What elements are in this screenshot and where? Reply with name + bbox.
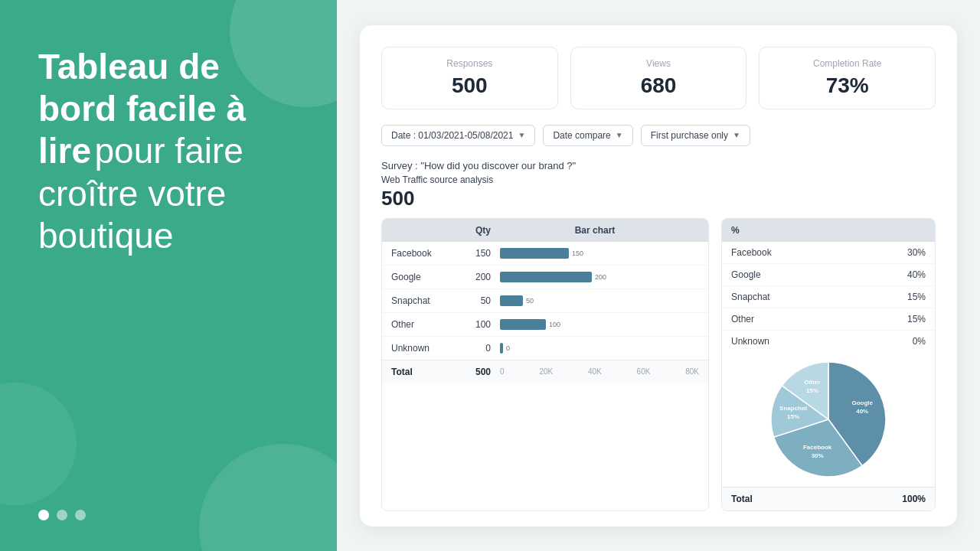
row-label: Unknown — [391, 343, 452, 354]
section-title: Web Traffic source analysis — [381, 174, 936, 185]
stat-responses: Responses 500 — [381, 47, 558, 109]
dot-3[interactable] — [75, 510, 86, 520]
hero-bold: Tableau de bord facile à — [38, 47, 246, 129]
bar-fill — [500, 248, 569, 259]
dashboard-card: Responses 500 Views 680 Completion Rate … — [360, 25, 957, 527]
bar-table-footer: Total 500 020K40K60K80K — [382, 360, 708, 383]
stat-completion-label: Completion Rate — [775, 58, 920, 69]
date-compare-label: Date compare — [553, 130, 610, 141]
right-panel: Responses 500 Views 680 Completion Rate … — [337, 0, 980, 551]
bar-table-header: Qty Bar chart — [382, 219, 708, 242]
pct-footer: Total 100% — [722, 487, 935, 510]
deco-circle-br — [199, 444, 337, 551]
pct-table: % Facebook 30% Google 40% Snapchat 15% O… — [721, 218, 936, 511]
data-area: Qty Bar chart Facebook 150 150 Google 20… — [381, 218, 936, 511]
dot-2[interactable] — [57, 510, 67, 520]
pct-label: Snapchat — [731, 292, 895, 302]
pie-chart: Google40%Facebook30%Snapchat15%Other15% — [767, 358, 890, 481]
dot-1[interactable] — [38, 510, 49, 520]
stat-responses-label: Responses — [397, 58, 542, 69]
stat-views-value: 680 — [586, 73, 731, 98]
stat-views-label: Views — [586, 58, 731, 69]
bar-rows: Facebook 150 150 Google 200 200 Snapchat… — [382, 242, 708, 360]
pct-footer-label: Total — [731, 494, 902, 504]
bar-fill — [500, 319, 546, 330]
bar-cell: 150 — [491, 247, 699, 259]
pct-value: 0% — [895, 336, 926, 347]
bar-chart-table: Qty Bar chart Facebook 150 150 Google 20… — [381, 218, 709, 511]
row-qty: 0 — [452, 343, 491, 354]
pct-label: Other — [731, 314, 895, 324]
bar-fill — [500, 272, 592, 282]
axis-label: 0 — [500, 367, 505, 376]
bar-value-label: 100 — [549, 321, 560, 328]
pie-label: Facebook — [803, 444, 832, 451]
pie-label: Snapchat — [779, 404, 807, 411]
th-bar: Bar chart — [491, 225, 699, 236]
pct-row: Other 15% — [722, 308, 935, 331]
pct-row: Snapchat 15% — [722, 286, 935, 308]
filters-row: Date : 01/03/2021-05/08/2021 ▼ Date comp… — [381, 125, 936, 146]
hero-lire: lire — [38, 131, 91, 171]
pct-row: Google 40% — [722, 264, 935, 286]
date-compare-chevron: ▼ — [616, 131, 623, 139]
pct-row: Unknown 0% — [722, 331, 935, 352]
bar-value-label: 0 — [506, 344, 510, 352]
footer-total-label: Total — [391, 367, 452, 377]
th-qty: Qty — [452, 225, 491, 236]
pct-value: 15% — [895, 292, 926, 302]
pie-pct: 30% — [812, 452, 824, 459]
bar-cell: 50 — [491, 295, 699, 307]
stat-views: Views 680 — [570, 47, 747, 109]
table-row: Snapchat 50 50 — [382, 289, 708, 313]
total-number: 500 — [381, 187, 936, 210]
bar-value-label: 150 — [572, 249, 583, 257]
pie-chart-container: Google40%Facebook30%Snapchat15%Other15% — [722, 352, 935, 487]
bar-fill — [500, 343, 503, 354]
row-label: Google — [391, 272, 452, 282]
deco-circle-bl — [0, 383, 77, 505]
row-label: Other — [391, 319, 452, 330]
stat-responses-value: 500 — [397, 73, 542, 98]
row-label: Facebook — [391, 248, 452, 259]
stat-completion-value: 73% — [775, 73, 920, 98]
pct-value: 30% — [895, 247, 926, 258]
bar-cell: 200 — [491, 271, 699, 283]
table-row: Unknown 0 0 — [382, 337, 708, 360]
pct-value: 15% — [895, 314, 926, 324]
axis-label: 20K — [539, 367, 553, 376]
row-qty: 100 — [452, 319, 491, 330]
pct-label: Unknown — [731, 336, 895, 347]
bar-fill — [500, 295, 523, 306]
left-panel: Tableau de bord facile à lire pour faire… — [0, 0, 337, 551]
stats-row: Responses 500 Views 680 Completion Rate … — [381, 47, 936, 109]
date-filter-chevron: ▼ — [518, 131, 525, 139]
date-filter[interactable]: Date : 01/03/2021-05/08/2021 ▼ — [381, 125, 535, 146]
stat-completion: Completion Rate 73% — [759, 47, 936, 109]
pie-label: Google — [851, 399, 873, 406]
table-row: Google 200 200 — [382, 266, 708, 289]
footer-total-qty: 500 — [452, 367, 491, 377]
first-purchase-filter[interactable]: First purchase only ▼ — [641, 125, 750, 146]
th-label — [391, 225, 452, 236]
bar-track: 0 — [500, 342, 699, 354]
row-qty: 50 — [452, 295, 491, 306]
survey-title: Survey : "How did you discover our brand… — [381, 160, 936, 171]
pct-footer-value: 100% — [902, 494, 926, 504]
pct-table-header: % — [722, 219, 935, 242]
date-filter-label: Date : 01/03/2021-05/08/2021 — [391, 130, 513, 141]
pie-pct: 15% — [806, 386, 818, 393]
pct-label: Google — [731, 269, 895, 280]
row-qty: 150 — [452, 248, 491, 259]
bar-value-label: 50 — [526, 297, 534, 305]
bar-track: 50 — [500, 295, 699, 307]
date-compare-filter[interactable]: Date compare ▼ — [543, 125, 632, 146]
bar-track: 150 — [500, 247, 699, 259]
pct-row: Facebook 30% — [722, 242, 935, 264]
pct-label: Facebook — [731, 247, 895, 258]
axis-label: 80K — [685, 367, 699, 376]
pie-pct: 40% — [856, 407, 868, 414]
bar-value-label: 200 — [595, 273, 606, 281]
bar-track: 200 — [500, 271, 699, 283]
axis-label: 40K — [588, 367, 602, 376]
